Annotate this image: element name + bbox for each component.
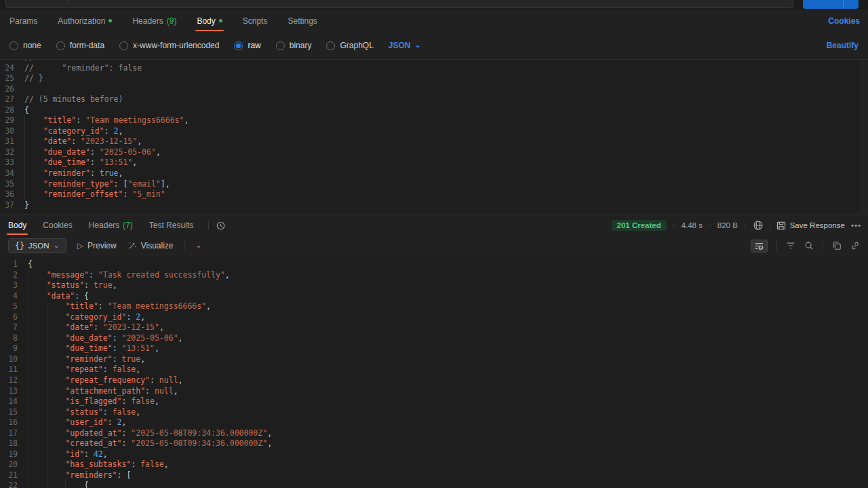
line-number: 8 — [0, 333, 28, 344]
code-line: 36"reminder_offset": "5_min" — [0, 189, 868, 200]
response-format-value: JSON — [28, 242, 50, 250]
line-number: 22 — [0, 481, 28, 488]
line-number: 37 — [0, 200, 24, 211]
response-size[interactable]: 820 B — [717, 221, 738, 229]
radio-form-data[interactable]: form-data — [56, 41, 104, 50]
tab-authorization[interactable]: Authorization — [56, 10, 113, 32]
line-number: 6 — [0, 312, 28, 323]
response-tab-test-results[interactable]: Test Results — [148, 215, 195, 236]
code-line: 29"title": "Team meetingss6666s", — [0, 115, 868, 126]
line-number: 31 — [0, 136, 24, 147]
radio-graphql[interactable]: GraphQL — [326, 41, 373, 50]
radio-graphql-label: GraphQL — [340, 41, 373, 50]
request-body-editor[interactable]: 23//24// "reminder": false25// }2627// (… — [0, 59, 868, 214]
preview-button[interactable]: ▷ Preview — [77, 241, 117, 250]
search-icon[interactable] — [804, 241, 814, 250]
url-input[interactable] — [5, 0, 793, 8]
code-line: 22{ — [0, 481, 868, 488]
visualize-label: Visualize — [141, 241, 174, 250]
code-line: 15"status": false, — [0, 407, 868, 418]
method-divider — [68, 0, 69, 5]
line-number: 32 — [0, 147, 24, 158]
response-body-editor[interactable]: 1{2"message": "Task created successfully… — [0, 256, 868, 488]
tab-settings-label: Settings — [288, 16, 317, 26]
cookies-link[interactable]: Cookies — [828, 16, 860, 26]
code-line: 1{ — [0, 259, 868, 270]
code-line: 35"reminder_type": ["email"], — [0, 179, 868, 190]
dot-separator: · — [709, 221, 711, 229]
response-code-lines: 1{2"message": "Task created successfully… — [0, 256, 868, 488]
line-number: 12 — [0, 375, 28, 386]
code-line: 13"attachment_path": null, — [0, 386, 868, 397]
filter-icon[interactable] — [786, 242, 795, 250]
tab-scripts[interactable]: Scripts — [241, 10, 269, 32]
response-tab-cookies[interactable]: Cookies — [41, 215, 73, 236]
beautify-link[interactable]: Beautify — [827, 41, 859, 50]
code-line: 17"updated_at": "2025-05-08T09:34:36.000… — [0, 428, 868, 439]
line-number: 15 — [0, 407, 28, 418]
braces-icon: {} — [15, 241, 24, 250]
language-dropdown[interactable]: JSON ⌄ — [389, 41, 421, 50]
request-tabs: Params Authorization Headers (9) Body Sc… — [0, 10, 868, 32]
status-badge[interactable]: 201 Created — [612, 220, 667, 231]
radio-raw[interactable]: raw — [234, 41, 260, 50]
response-time[interactable]: 4.48 s — [682, 221, 703, 229]
tab-settings[interactable]: Settings — [286, 10, 318, 32]
line-number: 30 — [0, 126, 24, 137]
code-line: 9"due_time": "13:51", — [0, 343, 868, 354]
chevron-down-icon: ⌄ — [54, 242, 60, 249]
tab-params-label: Params — [9, 16, 37, 26]
copy-icon[interactable] — [832, 241, 842, 250]
line-number: 27 — [0, 94, 24, 105]
line-number: 29 — [0, 115, 24, 126]
code-line: 34"reminder": true, — [0, 168, 868, 179]
line-number: 7 — [0, 322, 28, 333]
network-globe-icon[interactable] — [753, 220, 764, 231]
code-line: 24// "reminder": false — [0, 63, 868, 74]
code-line: 2"message": "Task created successfully", — [0, 270, 868, 281]
code-line: 21"reminders": [ — [0, 470, 868, 481]
code-line: 25// } — [0, 73, 868, 84]
radio-form-data-label: form-data — [70, 41, 104, 50]
tab-headers[interactable]: Headers (9) — [131, 10, 178, 32]
preview-label: Preview — [87, 241, 117, 250]
response-format-dropdown[interactable]: {} JSON ⌄ — [8, 238, 66, 253]
authorization-status-dot — [108, 19, 112, 22]
tab-headers-label: Headers — [132, 16, 163, 26]
line-number: 10 — [0, 354, 28, 365]
save-response-button[interactable]: Save Response — [776, 221, 845, 230]
tab-params[interactable]: Params — [8, 10, 39, 32]
visualize-button[interactable]: Visualize — [127, 241, 174, 250]
code-line: 26 — [0, 84, 868, 95]
wrap-lines-button[interactable] — [751, 240, 768, 252]
code-line: 11"repeat": false, — [0, 364, 868, 375]
line-number: 9 — [0, 343, 28, 354]
code-line: 5"title": "Team meetingss6666s", — [0, 301, 868, 312]
chevron-down-icon[interactable]: ⌄ — [195, 242, 201, 249]
send-button[interactable] — [803, 0, 859, 9]
response-tab-headers[interactable]: Headers (7) — [87, 215, 134, 236]
wrap-lines-icon — [754, 242, 764, 250]
response-tab-body[interactable]: Body — [7, 215, 28, 236]
code-line: 7"date": "2023-12-15", — [0, 322, 868, 333]
radio-binary-label: binary — [290, 41, 312, 50]
send-options-divider — [843, 0, 844, 7]
tab-body[interactable]: Body — [195, 10, 223, 32]
more-options-button[interactable]: ••• — [851, 221, 861, 229]
radio-x-www-form-urlencoded[interactable]: x-www-form-urlencoded — [119, 41, 219, 50]
line-number: 34 — [0, 168, 24, 179]
code-line: 30"category_id": 2, — [0, 126, 868, 137]
line-number: 17 — [0, 428, 28, 439]
radio-binary[interactable]: binary — [276, 41, 312, 50]
request-editor-scrollbar[interactable] — [861, 60, 868, 214]
code-line: 3"status": true, — [0, 280, 868, 291]
url-send-bar — [0, 0, 868, 10]
link-icon[interactable] — [850, 241, 860, 250]
radio-none[interactable]: none — [9, 41, 41, 50]
play-icon: ▷ — [77, 241, 83, 250]
line-number: 35 — [0, 179, 24, 190]
response-history-button[interactable] — [216, 221, 226, 231]
save-response-label: Save Response — [790, 221, 845, 229]
code-line: 20"has_subtasks": false, — [0, 459, 868, 470]
headers-count: (9) — [167, 16, 177, 26]
